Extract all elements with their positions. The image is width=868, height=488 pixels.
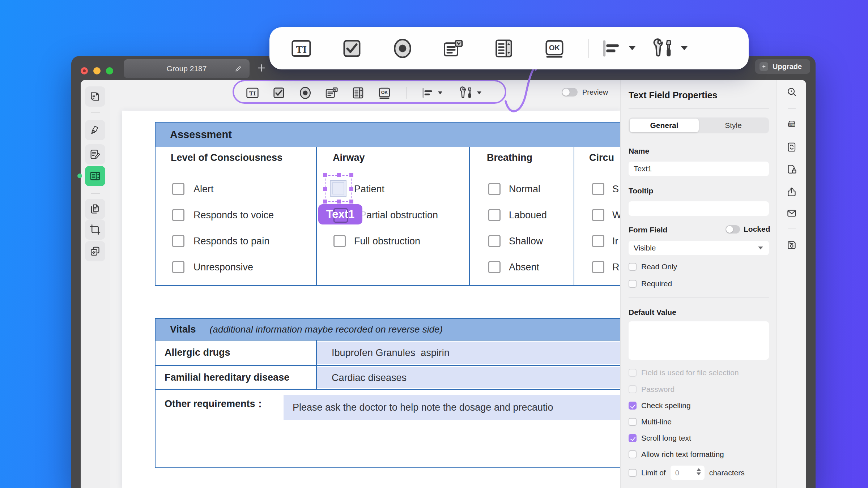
form-checkbox[interactable]	[172, 261, 184, 273]
multi-line-checkbox[interactable]	[629, 418, 637, 426]
resize-handle[interactable]	[337, 173, 341, 177]
required-checkbox[interactable]	[629, 280, 637, 288]
upgrade-button[interactable]: Upgrade	[755, 59, 810, 74]
selected-text-field-widget[interactable]	[325, 175, 352, 202]
column-header: Level of Consciousness	[171, 152, 282, 163]
rich-text-checkbox[interactable]	[629, 450, 637, 458]
visibility-select[interactable]: Visible	[629, 241, 769, 255]
convert-button[interactable]	[784, 139, 800, 155]
text-field[interactable]: Please ask the doctor to help note the d…	[284, 395, 620, 420]
zoom-button[interactable]	[106, 67, 113, 74]
resize-handle[interactable]	[349, 200, 353, 204]
form-checkbox[interactable]	[488, 235, 501, 247]
text-field[interactable]: Cardiac diseases	[317, 367, 620, 388]
spinner-down-icon[interactable]	[697, 472, 701, 475]
alignment-dropdown-button[interactable]	[600, 37, 635, 60]
limit-input[interactable]	[671, 466, 698, 480]
field-value: Please ask the doctor to help note the d…	[293, 402, 553, 413]
radio-button-tool-button[interactable]	[298, 86, 312, 100]
resize-handle[interactable]	[349, 173, 353, 177]
resize-handle[interactable]	[323, 173, 327, 177]
option-label: Unresponsive	[193, 261, 253, 274]
resize-handle[interactable]	[323, 187, 327, 191]
read-only-checkbox[interactable]	[629, 263, 637, 271]
form-checkbox[interactable]	[592, 261, 604, 273]
panel-divider	[629, 297, 769, 297]
form-checkbox[interactable]	[172, 235, 184, 247]
active-tool-indicator	[77, 174, 82, 178]
assessment-table: Level of Consciousness Alert Responds to…	[155, 147, 620, 286]
sidebar-item-forms[interactable]	[85, 166, 105, 186]
protect-button[interactable]	[784, 161, 800, 177]
option-label: Laboued	[509, 209, 547, 222]
more-tools-dropdown-button[interactable]	[651, 37, 688, 60]
sidebar-item-annotate[interactable]	[85, 120, 105, 140]
resize-handle[interactable]	[323, 200, 327, 204]
list-box-tool-button[interactable]	[492, 37, 515, 60]
ocr-button[interactable]	[784, 116, 800, 132]
more-tools-dropdown-button[interactable]	[459, 85, 481, 100]
form-checkbox[interactable]	[172, 183, 184, 195]
field-value: Ibuprofen Granules aspirin	[332, 347, 450, 359]
document-tab[interactable]: Group 2187	[124, 59, 250, 78]
default-value-textarea[interactable]	[629, 321, 769, 360]
text-field[interactable]: Ibuprofen Granules aspirin	[317, 342, 620, 364]
password-row: Password	[629, 385, 675, 394]
combo-box-tool-button[interactable]	[442, 37, 465, 60]
vitals-header: Vitals (additional information maybe rec…	[156, 319, 620, 341]
save-icon	[786, 239, 797, 251]
checkbox-tool-button[interactable]	[272, 86, 286, 100]
push-button-tool-button[interactable]	[543, 37, 566, 60]
new-tab-button[interactable]	[256, 63, 267, 73]
form-checkbox[interactable]	[488, 183, 501, 195]
text-field-tool-button[interactable]	[290, 37, 313, 60]
form-checkbox[interactable]	[488, 261, 501, 273]
form-checkbox[interactable]	[488, 209, 501, 221]
option-label: Patient	[354, 183, 384, 196]
list-box-tool-button[interactable]	[351, 86, 365, 100]
tooltip-input[interactable]	[629, 201, 769, 216]
text-field-tool-button[interactable]	[245, 86, 260, 100]
limit-checkbox[interactable]	[629, 469, 637, 477]
sidebar-item-pages[interactable]	[85, 199, 105, 219]
sidebar-item-edit[interactable]	[85, 144, 105, 164]
sidebar-item-crop[interactable]	[85, 219, 105, 240]
checkbox-tool-button[interactable]	[340, 37, 363, 60]
locked-toggle[interactable]	[726, 225, 740, 234]
form-checkbox[interactable]	[592, 209, 604, 221]
name-input[interactable]	[629, 162, 769, 176]
combo-box-tool-button[interactable]	[324, 86, 339, 100]
sidebar-item-reader[interactable]	[85, 86, 105, 107]
mail-button[interactable]	[784, 205, 800, 221]
resize-handle[interactable]	[349, 187, 353, 191]
sidebar-item-stamps[interactable]	[85, 241, 105, 261]
scroll-long-text-row: Scroll long text	[629, 434, 691, 442]
spinner-up-icon[interactable]	[697, 468, 701, 471]
option-label: Multi-line	[641, 418, 672, 426]
tab-general[interactable]: General	[630, 119, 699, 132]
check-spelling-checkbox[interactable]	[629, 402, 637, 410]
form-checkbox[interactable]	[592, 183, 604, 195]
locked-label: Locked	[744, 225, 770, 234]
push-button-tool-button[interactable]	[377, 86, 392, 100]
rename-pencil-icon[interactable]	[234, 65, 242, 73]
stamps-icon	[89, 245, 101, 257]
check-spelling-row: Check spelling	[629, 401, 691, 410]
form-checkbox[interactable]	[172, 209, 184, 221]
sidebar-divider	[91, 112, 100, 113]
list-box-icon	[492, 37, 515, 60]
tab-style[interactable]: Style	[699, 119, 768, 132]
form-checkbox[interactable]	[592, 235, 604, 247]
minimize-button[interactable]	[93, 67, 101, 74]
form-checkbox[interactable]	[333, 235, 346, 247]
resize-handle[interactable]	[337, 200, 341, 204]
scroll-long-text-checkbox[interactable]	[629, 434, 637, 442]
alignment-dropdown-button[interactable]	[421, 86, 442, 100]
search-button[interactable]	[784, 84, 800, 100]
radio-button-tool-button[interactable]	[391, 37, 414, 60]
save-button[interactable]	[784, 237, 800, 253]
share-button[interactable]	[784, 184, 800, 200]
multi-line-row: Multi-line	[629, 418, 672, 426]
preview-toggle[interactable]	[562, 88, 578, 97]
close-button[interactable]	[81, 67, 88, 74]
